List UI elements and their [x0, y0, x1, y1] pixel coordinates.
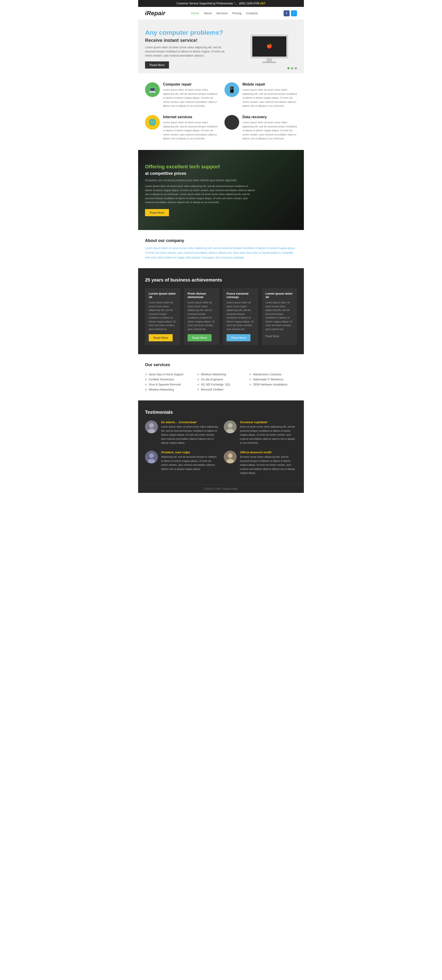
- nav-pricing[interactable]: Pricing: [232, 11, 241, 15]
- testimonial-name-0: Eu labore… Consecteuer: [161, 420, 218, 424]
- data-recovery-icon: ⬇: [225, 115, 239, 130]
- testimonials-grid: Eu labore… Consecteuer Lorem ipsum dolor…: [145, 420, 297, 475]
- dot-2[interactable]: [291, 67, 293, 70]
- avatar-svg-0: [145, 420, 158, 433]
- service-label-wireless-col1: Wireless Networking: [149, 388, 174, 391]
- service-entry-ad-ms: AD, MS Exchange, SQL: [197, 382, 245, 387]
- internet-body: Lorem ipsum dolor sit amet conse ctetur …: [163, 121, 217, 141]
- service-label-onsite: On-site Engineers: [201, 378, 223, 381]
- bullet-maintenance: [249, 374, 251, 375]
- dot-1[interactable]: [287, 67, 290, 70]
- svg-point-9: [228, 423, 233, 428]
- nav-contacts[interactable]: Contacts: [246, 11, 258, 15]
- service-entry-same-day: Same Day In-Home Support: [145, 372, 193, 377]
- hero-image: 🍎: [242, 30, 297, 67]
- services-section: 💻 Computer repair Lorem ipsum dolor sit …: [138, 73, 304, 150]
- hero-cta-button[interactable]: Read More: [145, 61, 169, 68]
- avatar-3: [224, 450, 237, 463]
- phone-icon: 📞: [234, 2, 237, 5]
- achievements-grid: Lorem ipsum dolor sit Lorem ipsum dolor …: [145, 288, 297, 345]
- bullet-same-day: [145, 374, 147, 375]
- service-entry-oem: OEM Hardware Installations: [249, 382, 297, 387]
- bullet-wireless-col1: [145, 389, 147, 391]
- social-links: f t: [284, 10, 297, 16]
- svg-text:🍎: 🍎: [266, 43, 272, 49]
- our-services-title: Our services: [145, 363, 297, 367]
- achievement-card-2: Fusce euismod consequ Lorem ipsum dolor …: [223, 288, 258, 345]
- testimonial-1: Occaecat cupidatat Dolor sit amet conse …: [224, 420, 297, 445]
- testimonial-3: Officia deserunt mollit Sit amet conse c…: [224, 450, 297, 475]
- data-recovery-title: Data recovery: [243, 115, 297, 119]
- tech-banner: Offering excellent tech support at compe…: [138, 150, 304, 230]
- internet-title: Internet services: [163, 115, 217, 119]
- achievement-body-2: Lorem ipsum dolor sit amet conse ctetur …: [227, 301, 254, 331]
- achievement-title-0: Lorem ipsum dolor sit: [149, 292, 177, 299]
- testimonial-2: Proident, sunt culpa Adipiscing elit, se…: [145, 450, 218, 475]
- facebook-icon[interactable]: f: [284, 10, 290, 16]
- service-label-same-day: Same Day In-Home Support: [149, 373, 184, 376]
- svg-rect-4: [262, 62, 276, 63]
- about-section: About our company Lorem ipsum dolor sit …: [138, 230, 304, 268]
- top-bar: Customer Service Supported by Profession…: [138, 0, 304, 7]
- hero-section: Any computer problems? Receive instant s…: [138, 20, 304, 73]
- nav-services[interactable]: Services: [216, 11, 228, 15]
- service-label-virus: Virus & Spyware Removal: [149, 383, 181, 386]
- achievement-cta-1[interactable]: Read More: [188, 334, 212, 341]
- testimonials-section: Testimonials Eu labore… Consecteuer Lore…: [138, 401, 304, 484]
- service-entry-wireless-networking: Wireless Networking: [197, 372, 245, 377]
- hero-subheadline: Receive instant service!: [145, 38, 233, 43]
- mobile-repair-title: Mobile repair: [243, 82, 297, 86]
- service-entry-certified: Certified Technicians: [145, 377, 193, 382]
- tech-banner-headline2: at competitive prices: [145, 171, 255, 176]
- bullet-oem: [249, 383, 251, 385]
- svg-point-6: [149, 423, 154, 428]
- service-label-maintenance: Maintenance Contracts: [253, 373, 281, 376]
- tech-banner-cta-button[interactable]: Read More: [145, 209, 169, 216]
- achievement-body-0: Lorem ipsum dolor sit amet conse ctetur …: [149, 301, 177, 331]
- services-col-1: Same Day In-Home Support Certified Techn…: [145, 372, 193, 392]
- service-label-wireless-networking: Wireless Networking: [201, 373, 226, 376]
- service-entry-wireless-col1: Wireless Networking: [145, 387, 193, 392]
- logo: iRepair: [145, 10, 165, 17]
- our-services-section: Our services Same Day In-Home Support Ce…: [138, 354, 304, 401]
- mobile-repair-content: Mobile repair Lorem ipsum dolor sit amet…: [243, 82, 297, 108]
- achievement-cta-0[interactable]: Read More: [149, 334, 173, 341]
- service-label-certified: Certified Technicians: [149, 378, 174, 381]
- achievement-title-3: Lorem ipsum dolor sit: [265, 292, 293, 299]
- dot-3[interactable]: [295, 67, 297, 70]
- service-entry-onsite: On-site Engineers: [197, 377, 245, 382]
- testimonial-body-3: Sit amet conse ctetur adipiscing elit, s…: [240, 455, 297, 475]
- nav-home[interactable]: Home: [191, 11, 199, 15]
- achievement-cta-2[interactable]: Read More: [227, 334, 251, 341]
- nav-about[interactable]: About: [204, 11, 212, 15]
- hero-headline: Any computer problems?: [145, 29, 233, 37]
- data-recovery-body: Lorem ipsum dolor sit amet conse ctetur …: [243, 121, 297, 141]
- services-grid: 💻 Computer repair Lorem ipsum dolor sit …: [145, 82, 297, 141]
- bullet-onsite: [197, 379, 199, 380]
- testimonial-content-1: Occaecat cupidatat Dolor sit amet conse …: [240, 420, 297, 445]
- avatar-svg-3: [224, 450, 237, 463]
- logo-repair: Repair: [147, 10, 165, 17]
- service-entry-ms-certified: Microsoft Certified: [197, 387, 245, 392]
- testimonial-body-2: Adipiscing elit, sed do eiusmod tempor i…: [161, 455, 218, 471]
- services-col-3: Maintenance Contracts Nationwide IT Work…: [249, 372, 297, 392]
- tech-banner-headline1: Offering excellent tech support: [145, 164, 255, 170]
- service-label-nationwide: Nationwide IT Workforce: [253, 378, 283, 381]
- main-nav: Home About Services Pricing Contacts: [191, 11, 258, 15]
- testimonial-content-2: Proident, sunt culpa Adipiscing elit, se…: [161, 450, 218, 471]
- avatar-2: [145, 450, 158, 463]
- service-computer-repair: 💻 Computer repair Lorem ipsum dolor sit …: [145, 82, 217, 108]
- tech-banner-content: Offering excellent tech support at compe…: [145, 164, 255, 216]
- mobile-repair-icon: 📱: [225, 82, 239, 97]
- service-entry-maintenance: Maintenance Contracts: [249, 372, 297, 377]
- tech-banner-subtitle: Excepteur sint occaecat praesent justo d…: [145, 179, 255, 182]
- achievement-card-1: Proin dictum elementum Lorem ipsum dolor…: [184, 288, 219, 345]
- bullet-certified: [145, 379, 147, 380]
- footer-privacy-link[interactable]: Privacy Policy: [222, 487, 238, 490]
- achievement-title-1: Proin dictum elementum: [188, 292, 215, 299]
- achievement-body-1: Lorem ipsum dolor sit amet conse ctetur …: [188, 301, 215, 331]
- service-data-recovery: ⬇ Data recovery Lorem ipsum dolor sit am…: [225, 115, 297, 141]
- avatar-0: [145, 420, 158, 433]
- about-body: Lorem ipsum dolor sit amet conse ctetur …: [145, 246, 297, 260]
- twitter-icon[interactable]: t: [291, 10, 297, 16]
